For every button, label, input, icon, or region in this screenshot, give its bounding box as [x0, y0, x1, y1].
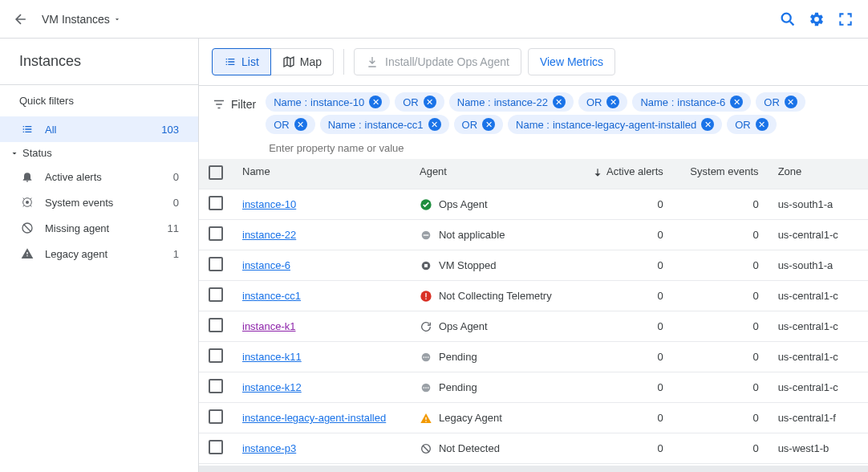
slash-icon [19, 220, 35, 236]
system-events-cell: 0 [673, 189, 769, 220]
sidebar-item-legacy-agent[interactable]: Legacy agent 1 [0, 241, 198, 267]
chip-value: instance-22 [494, 96, 548, 108]
chip-remove-icon[interactable]: ✕ [553, 96, 566, 108]
back-button[interactable] [13, 11, 29, 27]
filter-chip[interactable]: Name : instance-6✕ [632, 92, 751, 112]
horizontal-scrollbar[interactable] [199, 466, 868, 472]
chip-remove-icon[interactable]: ✕ [730, 96, 743, 108]
system-events-cell: 0 [673, 372, 769, 403]
column-agent[interactable]: Agent [410, 159, 574, 189]
instance-link[interactable]: instance-k12 [242, 381, 302, 393]
gear-icon[interactable] [807, 10, 826, 29]
filter-chip-or[interactable]: OR✕ [266, 115, 315, 134]
select-all-checkbox[interactable] [209, 165, 223, 180]
view-metrics-button[interactable]: View Metrics [528, 48, 615, 75]
events-icon [19, 194, 35, 210]
install-label: Install/Update Ops Agent [385, 55, 509, 68]
agent-status: Not applicable [439, 229, 505, 241]
top-bar: VM Instances [0, 0, 868, 39]
page-title-dropdown[interactable]: VM Instances [42, 13, 121, 26]
instance-link[interactable]: instance-22 [242, 229, 296, 241]
filter-chip-or[interactable]: OR✕ [756, 92, 805, 112]
warn-icon [19, 246, 35, 262]
row-checkbox[interactable] [209, 409, 223, 424]
instance-link[interactable]: instance-legacy-agent-installed [242, 412, 386, 424]
list-icon [224, 55, 237, 68]
zone-cell: us-central1-c [769, 311, 868, 342]
instance-link[interactable]: instance-10 [242, 198, 296, 210]
chip-remove-icon[interactable]: ✕ [424, 96, 436, 108]
list-toggle-button[interactable]: List [212, 48, 271, 75]
filter-label: Filter [231, 98, 256, 111]
row-checkbox[interactable] [209, 257, 223, 271]
page-title: VM Instances [42, 13, 110, 26]
instance-link[interactable]: instance-6 [242, 259, 290, 271]
zone-cell: us-south1-a [769, 250, 868, 281]
table-row: instance-10 Ops Agent 0 0 us-south1-a [199, 189, 868, 220]
filter-chip[interactable]: Name : instance-legacy-agent-installed✕ [508, 115, 722, 134]
map-toggle-button[interactable]: Map [271, 48, 334, 75]
filter-chip-or[interactable]: OR✕ [578, 92, 628, 112]
sidebar-item-system-events[interactable]: System events 0 [0, 189, 198, 215]
sidebar-status-toggle[interactable]: Status [0, 142, 198, 164]
active-alerts-cell: 0 [574, 281, 673, 311]
chip-remove-icon[interactable]: ✕ [606, 96, 619, 108]
filter-chip[interactable]: Name : instance-22✕ [449, 92, 574, 112]
row-checkbox[interactable] [209, 348, 223, 363]
filter-chip[interactable]: Name : instance-10✕ [266, 92, 390, 112]
fullscreen-icon[interactable] [836, 10, 855, 29]
chip-value: instance-6 [677, 96, 725, 108]
chip-remove-icon[interactable]: ✕ [785, 96, 797, 108]
active-alerts-cell: 0 [574, 220, 673, 250]
row-checkbox[interactable] [209, 287, 223, 302]
chip-remove-icon[interactable]: ✕ [428, 118, 441, 131]
sidebar-item-count: 0 [173, 197, 179, 209]
bell-icon [19, 169, 35, 185]
filter-chips-row-2: OR✕Name : instance-cc1✕OR✕Name : instanc… [266, 115, 855, 134]
instance-link[interactable]: instance-p3 [242, 442, 296, 454]
table-row: instance-k1 Ops Agent 0 0 us-central1-c [199, 311, 868, 342]
row-checkbox[interactable] [209, 379, 223, 393]
status-label: Status [22, 147, 52, 159]
chip-remove-icon[interactable]: ✕ [369, 96, 382, 108]
chip-remove-icon[interactable]: ✕ [482, 118, 495, 131]
filter-chip-or[interactable]: OR✕ [395, 92, 444, 112]
sidebar-item-active-alerts[interactable]: Active alerts 0 [0, 164, 198, 189]
row-checkbox[interactable] [209, 196, 223, 210]
column-system-events[interactable]: System events [673, 159, 769, 189]
filter-chip-or[interactable]: OR✕ [454, 115, 504, 134]
column-name[interactable]: Name [233, 159, 410, 189]
chip-key: Name : [274, 96, 307, 108]
view-metrics-label: View Metrics [540, 55, 603, 68]
chip-remove-icon[interactable]: ✕ [294, 118, 307, 131]
chip-value: instance-cc1 [365, 119, 424, 131]
instance-link[interactable]: instance-cc1 [242, 290, 301, 302]
agent-status: Pending [439, 381, 477, 393]
chip-key: OR [274, 119, 290, 131]
svg-rect-10 [425, 293, 426, 297]
quick-filters-label: Quick filters [0, 85, 198, 116]
row-checkbox[interactable] [209, 440, 223, 454]
agent-status: Legacy Agent [439, 412, 502, 424]
filter-input[interactable] [266, 137, 855, 159]
instance-link[interactable]: instance-k11 [242, 351, 302, 363]
sidebar-item-missing-agent[interactable]: Missing agent 11 [0, 215, 198, 241]
column-zone[interactable]: Zone [769, 159, 868, 189]
sidebar-item-label: Missing agent [45, 222, 168, 234]
svg-rect-20 [425, 417, 426, 419]
sidebar-item-count: 11 [168, 222, 179, 234]
instance-link[interactable]: instance-k1 [242, 320, 295, 332]
filter-bar: Filter Name : instance-10✕OR✕Name : inst… [199, 86, 868, 159]
chip-remove-icon[interactable]: ✕ [701, 118, 714, 131]
search-icon[interactable] [778, 10, 797, 29]
agent-status: VM Stopped [439, 259, 497, 271]
chip-remove-icon[interactable]: ✕ [756, 118, 769, 131]
filter-chip[interactable]: Name : instance-cc1✕ [320, 115, 449, 134]
sidebar-item-all[interactable]: All 103 [0, 116, 198, 142]
row-checkbox[interactable] [209, 226, 223, 241]
column-active-alerts[interactable]: Active alerts [574, 159, 673, 189]
row-checkbox[interactable] [209, 318, 223, 332]
filter-chip-or[interactable]: OR✕ [727, 115, 777, 134]
install-ops-agent-button[interactable]: Install/Update Ops Agent [354, 48, 521, 75]
list-icon [19, 121, 35, 137]
